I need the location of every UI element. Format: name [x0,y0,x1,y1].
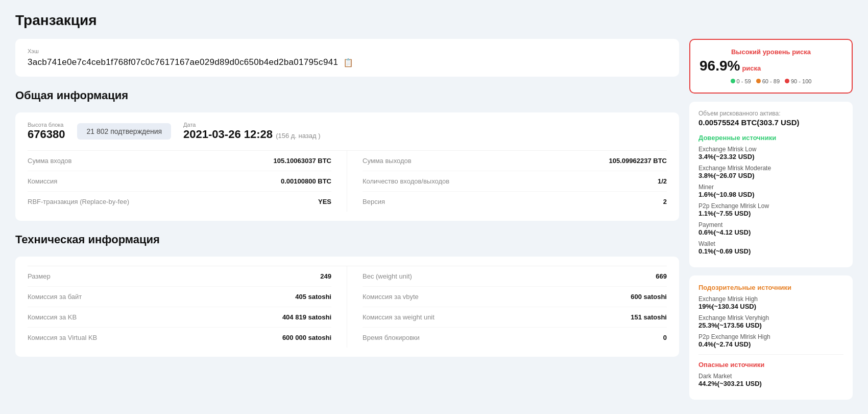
sum-out-label: Сумма выходов [363,157,412,165]
detail-row-locktime: Время блокировки 0 [363,328,667,348]
trusted-source-2-name: Exchange Mlrisk Moderate [698,165,843,172]
date-label: Дата [183,122,320,128]
size-label: Размер [28,272,51,280]
fee-vkb-value: 600 000 satoshi [282,334,331,341]
tech-info-card: Размер 249 Комиссия за байт 405 satoshi … [15,257,679,357]
risky-amount-value: 0.00575524 BTC(303.7 USD) [698,118,843,127]
rbf-label: RBF-транзакция (Replace-by-fee) [28,198,129,205]
fee-vkb-label: Комиссия за Virtual KB [28,334,97,341]
divider [698,354,843,355]
legend-dot-low [731,79,735,83]
general-info-title: Общая информация [15,85,679,104]
tech-col-right: Вес (weight unit) 669 Комиссия за vbyte … [347,266,667,348]
risk-legend: 0 - 59 60 - 89 90 - 100 [700,78,842,84]
trusted-sources-title: Доверенные источники [698,134,843,142]
sources-card: Объем рискованного актива: 0.00575524 BT… [689,102,853,267]
trusted-source-1: Exchange Mlrisk Low 3.4%(~23.32 USD) [698,146,843,160]
risk-label-inline: риска [742,64,761,72]
dangerous-source-1-name: Dark Market [698,373,843,380]
detail-row-version: Версия 2 [363,192,667,212]
hash-card: Хэш 3acb741e0e7c4ceb1f768f07c0c7617167ae… [15,39,679,77]
rbf-value: YES [318,198,331,205]
risk-card: Высокий уровень риска 96.9% риска 0 - 59… [689,39,853,94]
tech-details-grid: Размер 249 Комиссия за байт 405 satoshi … [28,266,667,348]
tech-col-left: Размер 249 Комиссия за байт 405 satoshi … [28,266,347,348]
sum-out-value: 105.09962237 BTC [609,157,667,165]
detail-row-fee-wu: Комиссия за weight unit 151 satoshi [363,307,667,328]
general-col-left: Сумма входов 105.10063037 BTC Комиссия 0… [28,151,347,212]
risk-percent: 96.9% [700,58,740,74]
suspicious-source-2: Exchange Mlrisk Veryhigh 25.3%(~173.56 U… [698,314,843,329]
risk-percent-row: 96.9% риска [700,58,842,74]
detail-row-fee-kb: Комиссия за KB 404 819 satoshi [28,307,331,328]
size-value: 249 [320,272,331,280]
tech-info-title: Техническая информация [15,229,679,248]
fee-kb-label: Комиссия за KB [28,313,77,321]
legend-dot-mid [756,79,761,83]
detail-row-sum-out: Сумма выходов 105.09962237 BTC [363,151,667,171]
suspicious-source-3: P2p Exchange Mlrisk High 0.4%(~2.74 USD) [698,333,843,348]
detail-row-fee-vkb: Комиссия за Virtual KB 600 000 satoshi [28,328,331,348]
suspicious-source-1-name: Exchange Mlrisk High [698,295,843,303]
io-count-label: Количество входов/выходов [363,177,449,185]
detail-row-fee: Комиссия 0.00100800 BTC [28,171,331,192]
detail-row-weight: Вес (weight unit) 669 [363,266,667,287]
fee-wu-label: Комиссия за weight unit [363,313,435,321]
trusted-source-2-amount: 3.8%(~26.07 USD) [698,172,843,179]
fee-value: 0.00100800 BTC [281,177,331,185]
right-panel: Высокий уровень риска 96.9% риска 0 - 59… [689,39,853,400]
fee-byte-label: Комиссия за байт [28,293,82,301]
date-main: 2021-03-26 12:28 [183,128,273,141]
suspicious-title: Подозрительные источники [698,284,843,291]
trusted-source-4-name: P2p Exchange Mlrisk Low [698,202,843,210]
hash-label: Хэш [28,48,667,54]
dangerous-title: Опасные источники [698,361,843,369]
block-height-value: 676380 [28,128,65,141]
suspicious-source-3-name: P2p Exchange Mlrisk High [698,333,843,340]
general-info-card: Высота блока 676380 21 802 подтверждения… [15,112,679,221]
trusted-source-4: P2p Exchange Mlrisk Low 1.1%(~7.55 USD) [698,202,843,217]
hash-value: 3acb741e0e7c4ceb1f768f07c0c7617167ae029d… [28,57,338,67]
fee-kb-value: 404 819 satoshi [282,313,331,321]
general-details-grid: Сумма входов 105.10063037 BTC Комиссия 0… [28,150,667,212]
suspicious-source-1-amount: 19%(~130.34 USD) [698,303,843,310]
trusted-source-1-name: Exchange Mlrisk Low [698,146,843,153]
trusted-source-6-name: Wallet [698,240,843,247]
date-group: Дата 2021-03-26 12:28 (156 д. назад ) [183,122,320,141]
date-ago: (156 д. назад ) [276,132,320,140]
left-panel: Хэш 3acb741e0e7c4ceb1f768f07c0c7617167ae… [15,39,679,357]
legend-item-high: 90 - 100 [785,78,811,84]
suspicious-source-1: Exchange Mlrisk High 19%(~130.34 USD) [698,295,843,310]
version-value: 2 [663,198,667,205]
legend-item-mid: 60 - 89 [756,78,780,84]
detail-row-sum-in: Сумма входов 105.10063037 BTC [28,151,331,171]
io-count-value: 1/2 [658,177,667,185]
page-title: Транзакция [15,12,853,29]
detail-row-rbf: RBF-транзакция (Replace-by-fee) YES [28,192,331,212]
dangerous-sources-list: Dark Market 44.2%(~303.21 USD) [698,373,843,387]
fee-byte-value: 405 satoshi [295,293,331,301]
trusted-source-4-amount: 1.1%(~7.55 USD) [698,210,843,217]
fee-label: Комиссия [28,177,57,185]
dangerous-source-1: Dark Market 44.2%(~303.21 USD) [698,373,843,387]
detail-row-fee-byte: Комиссия за байт 405 satoshi [28,287,331,307]
locktime-label: Время блокировки [363,334,420,341]
main-layout: Хэш 3acb741e0e7c4ceb1f768f07c0c7617167ae… [15,39,853,400]
fee-wu-value: 151 satoshi [631,313,667,321]
trusted-source-3-name: Miner [698,183,843,191]
sum-in-value: 105.10063037 BTC [274,157,331,165]
confirmations-badge: 21 802 подтверждения [77,123,171,140]
detail-row-fee-vbyte: Комиссия за vbyte 600 satoshi [363,287,667,307]
block-height-group: Высота блока 676380 [28,122,65,141]
copy-icon[interactable]: 📋 [343,58,353,67]
suspicious-card: Подозрительные источники Exchange Mlrisk… [689,275,853,400]
locktime-value: 0 [663,334,667,341]
weight-label: Вес (weight unit) [363,272,412,280]
detail-row-io-count: Количество входов/выходов 1/2 [363,171,667,192]
fee-vbyte-value: 600 satoshi [631,293,667,301]
weight-value: 669 [656,272,667,280]
trusted-source-5: Payment 0.6%(~4.12 USD) [698,221,843,236]
legend-item-low: 0 - 59 [731,78,751,84]
page-container: Транзакция Хэш 3acb741e0e7c4ceb1f768f07c… [0,0,868,414]
risky-amount-label: Объем рискованного актива: [698,110,843,117]
